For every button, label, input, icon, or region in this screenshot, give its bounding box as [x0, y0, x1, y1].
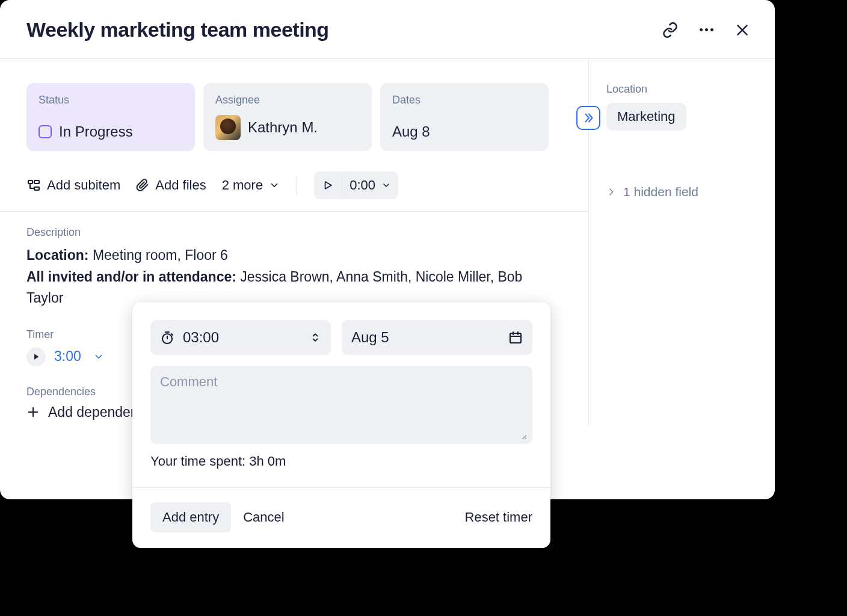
timer-section-value: 3:00 [54, 348, 81, 365]
add-files-label: Add files [155, 177, 206, 193]
stepper-icon[interactable] [309, 330, 321, 345]
timer-play-button-small[interactable] [26, 347, 46, 366]
date-input[interactable]: Aug 5 [342, 320, 532, 355]
add-entry-button[interactable]: Add entry [150, 502, 231, 532]
timer-dropdown[interactable]: 0:00 [342, 171, 398, 199]
more-actions-label: 2 more [222, 177, 263, 193]
assignee-card[interactable]: Assignee Kathryn M. [203, 83, 372, 151]
svg-rect-4 [510, 333, 521, 343]
hidden-fields-button[interactable]: 1 hidden field [606, 185, 757, 199]
comment-input[interactable]: Comment [150, 366, 532, 444]
property-cards-row: Status In Progress Assignee Kathryn M. D… [0, 59, 588, 163]
plus-icon [26, 405, 40, 419]
chevrons-right-icon [582, 111, 595, 125]
desc-attendance-label: All invited and/or in attendance: [26, 269, 236, 285]
calendar-icon [508, 330, 523, 345]
dates-card[interactable]: Dates Aug 8 [380, 83, 549, 151]
more-menu-button[interactable] [697, 20, 716, 40]
popover-actions: Add entry Cancel Reset timer [150, 502, 532, 532]
expand-cards-button[interactable] [576, 106, 600, 130]
assignee-value: Kathryn M. [248, 119, 318, 136]
dates-label: Dates [392, 94, 537, 106]
svg-rect-1 [34, 180, 39, 183]
reset-timer-button[interactable]: Reset timer [465, 510, 532, 525]
subitem-icon [26, 178, 41, 192]
link-icon [662, 22, 679, 38]
close-button[interactable] [733, 20, 752, 40]
time-entry-popover: 03:00 Aug 5 Comment Your time spent: 3h … [132, 302, 550, 548]
timer-play-button[interactable] [314, 174, 342, 197]
time-input-value: 03:00 [183, 329, 219, 346]
chevron-down-icon [269, 180, 280, 191]
play-icon [322, 180, 333, 191]
resize-handle-icon[interactable] [518, 431, 528, 440]
hidden-fields-label: 1 hidden field [623, 185, 698, 199]
avatar [215, 115, 241, 140]
timer-widget: 0:00 [314, 171, 398, 199]
stopwatch-icon [160, 330, 174, 345]
more-icon [700, 28, 713, 31]
time-spent-summary: Your time spent: 3h 0m [150, 454, 532, 469]
add-files-button[interactable]: Add files [136, 177, 206, 193]
status-card[interactable]: Status In Progress [26, 83, 195, 151]
header-actions [661, 20, 752, 40]
attachment-icon [136, 178, 149, 192]
play-icon [32, 353, 40, 361]
divider [297, 176, 297, 195]
time-input[interactable]: 03:00 [150, 320, 331, 355]
dates-value: Aug 8 [392, 123, 430, 140]
add-subitem-label: Add subitem [47, 177, 120, 193]
chevron-down-icon [381, 180, 391, 190]
divider [132, 487, 550, 488]
description-body[interactable]: Location: Meeting room, Floor 6 All invi… [26, 245, 562, 309]
location-field-value[interactable]: Marketing [606, 103, 686, 131]
timer-value: 0:00 [350, 177, 375, 193]
location-field-label: Location [606, 83, 757, 96]
comment-placeholder: Comment [160, 374, 217, 389]
date-input-value: Aug 5 [351, 329, 389, 346]
close-icon [735, 22, 750, 38]
status-label: Status [38, 94, 183, 106]
desc-location-value: Meeting room, Floor 6 [93, 247, 228, 263]
assignee-label: Assignee [215, 94, 360, 106]
page-title: Weekly marketing team meeting [26, 18, 329, 42]
description-section: Description Location: Meeting room, Floo… [0, 212, 588, 314]
chevron-right-icon [606, 187, 616, 197]
timer-value-link[interactable]: 3:00 [54, 348, 104, 365]
chevron-down-icon [93, 351, 104, 362]
header: Weekly marketing team meeting [0, 0, 775, 59]
side-column: Location Marketing 1 hidden field [588, 59, 775, 425]
cancel-button[interactable]: Cancel [243, 510, 284, 525]
more-actions-button[interactable]: 2 more [222, 177, 280, 193]
svg-rect-2 [34, 187, 39, 190]
copy-link-button[interactable] [661, 20, 680, 40]
status-checkbox-icon [38, 125, 52, 138]
actions-bar: Add subitem Add files 2 more 0:00 [0, 163, 588, 212]
status-value: In Progress [59, 123, 133, 140]
add-subitem-button[interactable]: Add subitem [26, 177, 120, 193]
description-label: Description [26, 226, 562, 239]
desc-location-label: Location: [26, 247, 89, 263]
